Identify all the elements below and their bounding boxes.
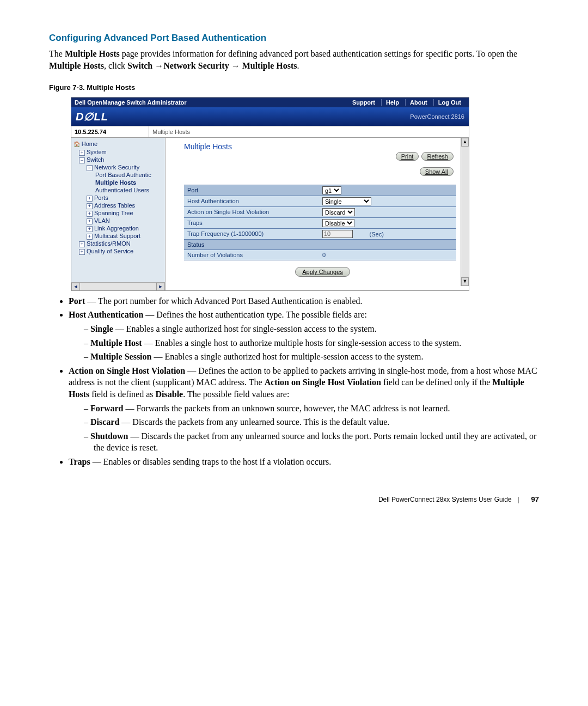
term: Action on Single Host Violation bbox=[69, 366, 185, 375]
text: — Enables a single authorized host for m… bbox=[151, 352, 423, 361]
text: page provides information for defining a… bbox=[120, 49, 517, 58]
action-violation-label: Action on Single Host Violation bbox=[184, 206, 319, 217]
trap-frequency-label: Trap Frequency (1-1000000) bbox=[184, 228, 319, 239]
page-footer: Dell PowerConnect 28xx Systems User Guid… bbox=[49, 495, 539, 503]
port-label: Port bbox=[184, 185, 319, 196]
tree-statistics-rmon[interactable]: Statistics/RMON bbox=[87, 240, 131, 247]
term: Network Security bbox=[163, 61, 229, 70]
page-number: 97 bbox=[526, 495, 539, 503]
term: Forward bbox=[90, 404, 123, 413]
tree-multiple-hosts[interactable]: Multiple Hosts bbox=[95, 179, 136, 186]
traps-select[interactable]: Disable bbox=[322, 219, 354, 227]
list-item: Single — Enables a single authorized hos… bbox=[84, 323, 539, 335]
list-item: Shutdown — Discards the packet from any … bbox=[84, 430, 539, 454]
list-item: Multiple Host — Enables a single host to… bbox=[84, 337, 539, 349]
scroll-up-icon[interactable]: ▲ bbox=[461, 138, 469, 147]
titlebar-links: Support Help About Log Out bbox=[348, 99, 465, 106]
location-row: 10.5.225.74 Multiple Hosts bbox=[71, 126, 469, 138]
content-vertical-scrollbar[interactable]: ▲ ▼ bbox=[461, 138, 469, 286]
text: — Forwards the packets from an unknown s… bbox=[123, 404, 450, 413]
expand-icon[interactable]: + bbox=[87, 211, 93, 217]
tree-link-aggregation[interactable]: Link Aggregation bbox=[94, 225, 139, 232]
separator-icon: | bbox=[513, 496, 524, 503]
term: Multiple Hosts bbox=[65, 49, 120, 58]
tree-switch[interactable]: Switch bbox=[87, 156, 104, 163]
about-link[interactable]: About bbox=[405, 99, 432, 106]
panel-title: Multiple Hosts bbox=[184, 142, 461, 151]
tree-system[interactable]: System bbox=[87, 149, 107, 155]
section-heading: Configuring Advanced Port Based Authenti… bbox=[49, 33, 539, 44]
logout-link[interactable]: Log Out bbox=[433, 99, 465, 106]
app-title: Dell OpenManage Switch Administrator bbox=[75, 99, 187, 106]
tree-network-security[interactable]: Network Security bbox=[94, 164, 139, 171]
list-item: Action on Single Host Violation — Define… bbox=[69, 365, 539, 454]
tree-ports[interactable]: Ports bbox=[94, 194, 108, 201]
violations-value: 0 bbox=[319, 249, 456, 260]
text: The bbox=[49, 49, 65, 58]
list-item: Traps — Enables or disables sending trap… bbox=[69, 456, 539, 468]
trap-frequency-input[interactable] bbox=[322, 230, 353, 238]
port-select[interactable]: g1 bbox=[322, 186, 341, 194]
intro-paragraph: The Multiple Hosts page provides informa… bbox=[49, 48, 539, 72]
help-link[interactable]: Help bbox=[381, 99, 403, 106]
action-violation-select[interactable]: Discard bbox=[322, 208, 355, 216]
text: field is defined as bbox=[89, 389, 155, 399]
tree-qos[interactable]: Quality of Service bbox=[87, 248, 133, 254]
collapse-icon[interactable]: − bbox=[79, 157, 85, 163]
dell-logo: D∅LL bbox=[76, 110, 108, 123]
expand-icon[interactable]: + bbox=[79, 150, 85, 156]
text: — Enables a single authorized host for s… bbox=[113, 324, 377, 333]
field-description-list: Port — The port number for which Advance… bbox=[54, 295, 539, 468]
expand-icon[interactable]: + bbox=[87, 218, 93, 224]
text: — Discards the packet from any unlearned… bbox=[94, 431, 536, 453]
arrow-icon: → bbox=[152, 61, 163, 70]
host-auth-select[interactable]: Single bbox=[322, 197, 371, 205]
expand-icon[interactable]: + bbox=[87, 234, 93, 240]
tree-authenticated-users[interactable]: Authenticated Users bbox=[95, 187, 149, 193]
tree-vlan[interactable]: VLAN bbox=[94, 217, 110, 224]
expand-icon[interactable]: + bbox=[87, 226, 93, 232]
text: — Enables or disables sending traps to t… bbox=[90, 457, 332, 466]
text: — Enables a single host to authorize mul… bbox=[142, 338, 462, 348]
tree-home[interactable]: Home bbox=[82, 141, 97, 147]
expand-icon[interactable]: + bbox=[79, 249, 85, 255]
tree-horizontal-scrollbar[interactable]: ◄ ► bbox=[71, 282, 165, 290]
list-item: Multiple Session — Enables a single auth… bbox=[84, 351, 539, 363]
figure-caption: Figure 7-3. Multiple Hosts bbox=[49, 83, 539, 92]
tree-port-based-auth[interactable]: Port Based Authentic bbox=[95, 172, 151, 178]
text: field can be defined only if the bbox=[381, 378, 492, 387]
support-link[interactable]: Support bbox=[348, 99, 379, 106]
violations-label: Number of Violations bbox=[184, 249, 319, 260]
tree-multicast-support[interactable]: Multicast Support bbox=[94, 233, 140, 239]
scroll-left-icon[interactable]: ◄ bbox=[71, 283, 80, 290]
term: Multiple Hosts bbox=[49, 61, 104, 70]
settings-table: Port g1 Host Authentication Single Actio… bbox=[184, 185, 456, 260]
traps-label: Traps bbox=[184, 217, 319, 228]
expand-icon[interactable]: + bbox=[87, 203, 93, 209]
refresh-button[interactable]: Refresh bbox=[421, 152, 454, 161]
host-auth-label: Host Authentication bbox=[184, 196, 319, 206]
term: Traps bbox=[69, 457, 90, 466]
term: Discard bbox=[90, 417, 119, 427]
content-panel: Multiple Hosts Print Refresh Show All Po… bbox=[166, 138, 469, 286]
tree-spanning-tree[interactable]: Spanning Tree bbox=[94, 210, 133, 216]
tree-address-tables[interactable]: Address Tables bbox=[94, 202, 135, 209]
term: Switch bbox=[127, 61, 152, 70]
collapse-icon[interactable]: − bbox=[87, 165, 93, 171]
scroll-down-icon[interactable]: ▼ bbox=[461, 277, 469, 286]
print-button[interactable]: Print bbox=[396, 152, 419, 161]
expand-icon[interactable]: + bbox=[79, 241, 85, 247]
show-all-button[interactable]: Show All bbox=[420, 167, 454, 176]
text: . The possible field values are: bbox=[183, 389, 289, 399]
apply-changes-button[interactable]: Apply Changes bbox=[295, 267, 350, 277]
expand-icon[interactable]: + bbox=[87, 196, 93, 202]
scroll-right-icon[interactable]: ► bbox=[156, 283, 165, 290]
term: Action on Single Host Violation bbox=[265, 378, 381, 387]
text: — Discards the packets from any unlearne… bbox=[119, 417, 389, 427]
arrow-icon: → bbox=[229, 61, 242, 70]
term: Port bbox=[69, 296, 85, 306]
list-item: Forward — Forwards the packets from an u… bbox=[84, 403, 539, 415]
list-item: Discard — Discards the packets from any … bbox=[84, 416, 539, 428]
trap-frequency-unit: (Sec) bbox=[370, 230, 384, 237]
guide-title: Dell PowerConnect 28xx Systems User Guid… bbox=[378, 496, 512, 503]
